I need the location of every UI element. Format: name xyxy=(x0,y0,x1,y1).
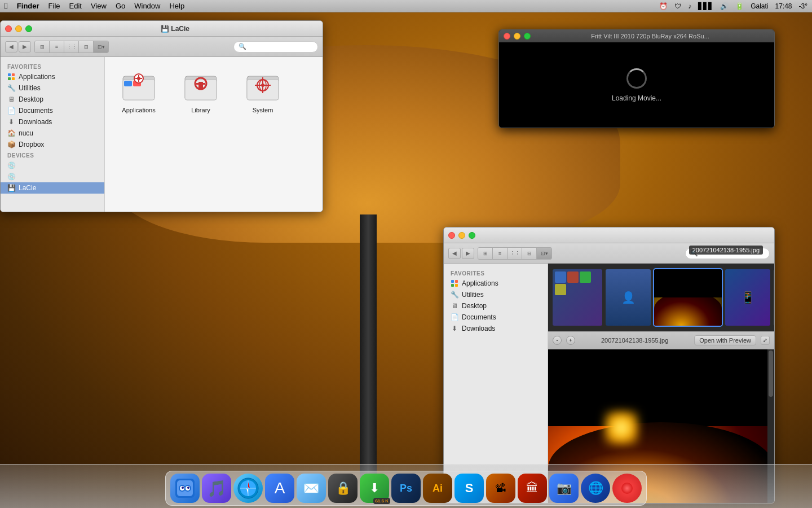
finder2-view-buttons: ⊞ ≡ ⋮⋮ ⊟ ⊡▾ xyxy=(478,247,552,260)
preview-thumb-selected[interactable] xyxy=(654,269,722,326)
skype-dock-icon[interactable]: S xyxy=(454,474,484,503)
dock-item-archive[interactable]: 🏛 xyxy=(518,474,547,503)
sidebar-device-1[interactable]: 💿 xyxy=(1,160,104,171)
dock-item-mediamover[interactable]: 📽 xyxy=(486,474,515,503)
sidebar-device-2[interactable]: 💿 xyxy=(1,171,104,182)
red-button-dock-icon[interactable] xyxy=(612,474,642,503)
dock-item-skype[interactable]: S xyxy=(454,474,484,503)
file-item-applications[interactable]: Applications xyxy=(116,68,161,113)
itunes-dock-icon[interactable]: 🎵 xyxy=(202,474,231,503)
dock-item-downloads[interactable]: ⬇ 61.6 K xyxy=(360,474,389,503)
preview-thumb-1[interactable] xyxy=(553,269,602,326)
menu-window[interactable]: Window xyxy=(134,2,160,10)
ie-dock-icon[interactable]: 🌐 xyxy=(581,474,610,503)
dock-item-privacy[interactable]: 🔒 xyxy=(328,474,358,503)
menu-go[interactable]: Go xyxy=(116,2,125,10)
privacy-dock-icon[interactable]: 🔒 xyxy=(328,474,358,503)
menu-help[interactable]: Help xyxy=(169,2,184,10)
iphoto-dock-icon[interactable]: 📷 xyxy=(549,474,579,503)
movie-minimize-button[interactable] xyxy=(514,33,520,40)
finder2-sidebar-applications[interactable]: Applications xyxy=(444,278,548,289)
svg-rect-16 xyxy=(196,83,205,85)
finder2-sidebar-desktop[interactable]: 🖥 Desktop xyxy=(444,300,548,312)
lacie-minimize-button[interactable] xyxy=(15,25,22,32)
lacie-maximize-button[interactable] xyxy=(25,25,32,32)
safari-dock-icon[interactable] xyxy=(233,474,263,503)
preview-thumb-4[interactable]: 🎮 xyxy=(774,269,774,326)
lacie-icon-view[interactable]: ⊞ xyxy=(35,41,50,52)
dock-item-appstore[interactable]: A xyxy=(265,474,294,503)
sidebar-item-nucu[interactable]: 🏠 nucu xyxy=(1,128,104,139)
dock-item-photoshop[interactable]: Ps xyxy=(391,474,421,503)
dock-item-red-button[interactable] xyxy=(612,474,642,503)
utilities-icon: 🔧 xyxy=(7,84,15,92)
menu-edit[interactable]: Edit xyxy=(69,2,82,10)
file-item-system[interactable]: System xyxy=(240,68,285,113)
lacie-coverflow-view[interactable]: ⊟ xyxy=(79,41,94,52)
lacie-list-view[interactable]: ≡ xyxy=(50,41,64,52)
lacie-close-button[interactable] xyxy=(5,25,12,32)
sidebar-item-desktop[interactable]: 🖥 Desktop xyxy=(1,94,104,105)
mail-dock-icon[interactable]: ✉️ xyxy=(297,474,326,503)
apple-menu[interactable]:  xyxy=(5,1,8,11)
archive-dock-icon[interactable]: 🏛 xyxy=(518,474,547,503)
lacie-arrange-button[interactable]: ⊡▾ xyxy=(94,41,108,52)
sidebar-item-applications[interactable]: Applications xyxy=(1,71,104,82)
lacie-forward-button[interactable]: ▶ xyxy=(19,41,31,52)
preview-thumb-3[interactable]: 📱 xyxy=(725,269,770,326)
finder2-coverflow-view[interactable]: ⊟ xyxy=(522,248,537,259)
dock-item-finder[interactable] xyxy=(170,474,200,503)
finder2-back-button[interactable]: ◀ xyxy=(448,248,461,259)
finder2-list-view[interactable]: ≡ xyxy=(493,248,508,259)
quicklook-next-button[interactable]: + xyxy=(566,336,575,345)
finder2-forward-button[interactable]: ▶ xyxy=(462,248,474,259)
dock-item-itunes[interactable]: 🎵 xyxy=(202,474,231,503)
finder2-maximize-button[interactable] xyxy=(469,232,475,239)
finder2-column-view[interactable]: ⋮⋮ xyxy=(508,248,522,259)
photoshop-dock-icon[interactable]: Ps xyxy=(391,474,421,503)
sidebar-item-utilities[interactable]: 🔧 Utilities xyxy=(1,82,104,94)
file-item-library[interactable]: Library xyxy=(178,68,223,113)
finder2-sidebar-downloads[interactable]: ⬇ Downloads xyxy=(444,323,548,334)
finder2-icon-view[interactable]: ⊞ xyxy=(478,248,493,259)
lacie-search-box[interactable]: 🔍 xyxy=(233,41,318,52)
preview-thumb-2[interactable]: 👤 xyxy=(606,269,651,326)
dock-item-illustrator[interactable]: Ai xyxy=(423,474,452,503)
dock-item-iphoto[interactable]: 📷 xyxy=(549,474,579,503)
menubar-weather: -3° xyxy=(799,2,807,10)
menu-file[interactable]: File xyxy=(48,2,60,10)
finder2-sidebar-utilities[interactable]: 🔧 Utilities xyxy=(444,289,548,300)
finder2-minimize-button[interactable] xyxy=(458,232,465,239)
finder2-arrange-button[interactable]: ⊡▾ xyxy=(537,248,551,259)
dock-item-safari[interactable] xyxy=(233,474,263,503)
finder2-sidebar-documents[interactable]: 📄 Documents xyxy=(444,312,548,323)
dock-item-mail[interactable]: ✉️ xyxy=(297,474,326,503)
mediamover-dock-icon[interactable]: 📽 xyxy=(486,474,515,503)
quicklook-expand-button[interactable]: ⤢ xyxy=(761,336,770,345)
sidebar-item-downloads[interactable]: ⬇ Downloads xyxy=(1,116,104,128)
svg-rect-3 xyxy=(12,77,15,80)
finder2-documents-icon: 📄 xyxy=(451,313,458,321)
lacie-back-button[interactable]: ◀ xyxy=(5,41,17,52)
quicklook-bar: - + 200721042138-1955.jpg Open with Prev… xyxy=(548,331,774,349)
open-with-preview-button[interactable]: Open with Preview xyxy=(694,335,756,345)
finder2-applications-icon xyxy=(451,279,458,287)
sidebar-item-dropbox[interactable]: 📦 Dropbox xyxy=(1,139,104,150)
applications-icon xyxy=(7,73,15,81)
movie-maximize-button[interactable] xyxy=(524,33,531,40)
finder2-close-button[interactable] xyxy=(448,232,455,239)
menu-finder[interactable]: Finder xyxy=(17,2,39,10)
appstore-dock-icon[interactable]: A xyxy=(265,474,294,503)
finder-dock-icon[interactable] xyxy=(170,474,200,503)
sidebar-device-lacie[interactable]: 💾 LaCie xyxy=(1,182,104,194)
dock-item-ie[interactable]: 🌐 xyxy=(581,474,610,503)
sidebar-item-documents[interactable]: 📄 Documents xyxy=(1,105,104,116)
menu-view[interactable]: View xyxy=(91,2,107,10)
lacie-column-view[interactable]: ⋮⋮ xyxy=(64,41,79,52)
quicklook-prev-button[interactable]: - xyxy=(553,336,562,345)
menubar:  Finder File Edit View Go Window Help ⏰… xyxy=(0,0,812,12)
downloads-dock-icon[interactable]: ⬇ 61.6 K xyxy=(360,474,389,503)
illustrator-dock-icon[interactable]: Ai xyxy=(423,474,452,503)
movie-close-button[interactable] xyxy=(504,33,510,40)
svg-point-11 xyxy=(137,77,140,80)
